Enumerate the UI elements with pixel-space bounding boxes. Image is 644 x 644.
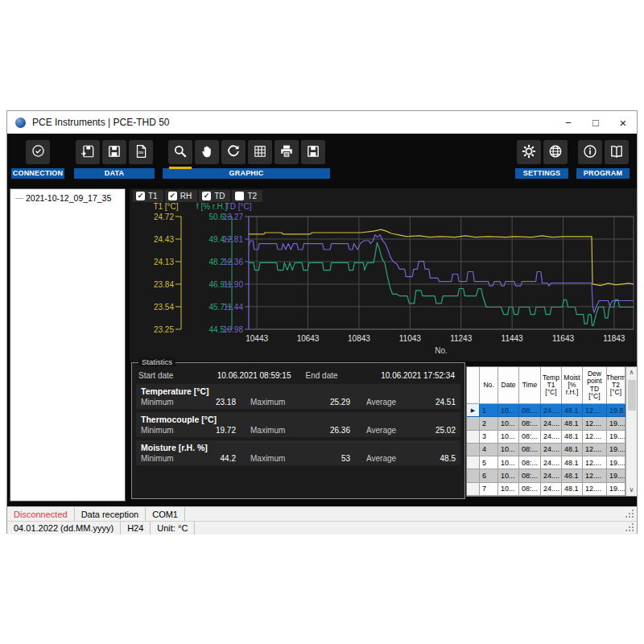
series-chip-t1: ✓T1 bbox=[133, 190, 163, 202]
svg-text:11.90: 11.90 bbox=[224, 280, 244, 289]
grid-toggle-button[interactable] bbox=[248, 140, 272, 164]
column-header: Time bbox=[519, 367, 541, 404]
table-cell: 19.... bbox=[607, 431, 625, 444]
titlebar: PCE Instruments | PCE-THD 50 − □ × bbox=[7, 111, 637, 134]
tree-item-measurement[interactable]: — 2021-10-12_09_17_35 bbox=[10, 192, 125, 204]
chart-panel: 1044310643108431104311243114431164311843… bbox=[130, 188, 637, 361]
table-cell: 08:... bbox=[519, 469, 541, 482]
maximize-button[interactable]: □ bbox=[582, 111, 609, 134]
save-data-button[interactable] bbox=[102, 140, 126, 164]
table-row[interactable]: 210...08:...24....48.112....19.... bbox=[467, 417, 625, 430]
row-header-cell bbox=[467, 367, 480, 404]
table-cell: 12.... bbox=[583, 404, 607, 417]
program-group-label: PROGRAM bbox=[576, 168, 630, 179]
table-cell: 24.... bbox=[541, 469, 562, 482]
connect-button[interactable] bbox=[26, 140, 50, 164]
svg-text:T1 [°C]: T1 [°C] bbox=[153, 202, 178, 211]
toolbar-group-connection: CONNECTION bbox=[11, 140, 64, 179]
table-row[interactable]: 310...08:...24....48.112....19.... bbox=[467, 431, 625, 444]
avg-value: 25.02 bbox=[407, 426, 456, 435]
reset-view-button[interactable] bbox=[221, 140, 246, 164]
table-cell: 48.1 bbox=[562, 483, 583, 496]
save-graphic-button[interactable] bbox=[301, 140, 325, 164]
table-cell: 12.... bbox=[583, 417, 607, 430]
svg-text:11643: 11643 bbox=[552, 334, 575, 343]
print-button[interactable] bbox=[275, 140, 299, 164]
column-header: Date bbox=[498, 367, 519, 404]
checkbox-unchecked-icon[interactable] bbox=[235, 192, 244, 200]
chart-canvas[interactable]: 1044310643108431104311243114431164311843… bbox=[130, 188, 637, 361]
max-label: Maximum bbox=[236, 454, 297, 463]
app-window: PCE Instruments | PCE-THD 50 − □ × CONNE… bbox=[6, 110, 638, 534]
resize-grip[interactable] bbox=[632, 516, 634, 518]
table-scrollbar[interactable]: ∧ ∨ bbox=[625, 367, 637, 496]
table-row[interactable]: 710...08:...24....48.112....19.... bbox=[467, 483, 625, 496]
zoom-tool-button[interactable] bbox=[168, 140, 192, 164]
table-cell: 48.1 bbox=[562, 417, 583, 430]
table-cell: 12.... bbox=[583, 469, 607, 482]
scroll-up-icon[interactable]: ∧ bbox=[630, 367, 634, 378]
table-cell: 10... bbox=[498, 469, 519, 482]
svg-text:11843: 11843 bbox=[603, 334, 625, 343]
load-data-button[interactable] bbox=[76, 140, 100, 164]
svg-text:12.81: 12.81 bbox=[223, 235, 243, 244]
book-icon bbox=[609, 144, 624, 161]
pan-tool-button[interactable] bbox=[195, 140, 219, 164]
statusbar-settings: 04.01.2022 (dd.MM.yyyy) H24 Unit: °C bbox=[7, 521, 637, 535]
series-line-td bbox=[249, 235, 634, 313]
language-button[interactable] bbox=[543, 140, 568, 164]
info-icon bbox=[583, 144, 597, 161]
svg-text:11243: 11243 bbox=[450, 334, 473, 343]
settings-group-label: SETTINGS bbox=[515, 168, 568, 179]
active-tool-indicator bbox=[169, 167, 192, 169]
scrollbar-thumb[interactable] bbox=[628, 380, 636, 411]
row-header-cell bbox=[467, 444, 480, 456]
table-cell: 10... bbox=[498, 404, 519, 417]
floppy-save-icon bbox=[306, 144, 320, 161]
main-content: — 2021-10-12_09_17_35 104431064310843110… bbox=[7, 184, 637, 506]
table-cell: 24.... bbox=[541, 417, 562, 430]
checkbox-checked-icon[interactable]: ✓ bbox=[168, 192, 177, 200]
statusbar-connection: Disconnected Data reception COM1 bbox=[7, 506, 637, 521]
min-value: 44.2 bbox=[191, 454, 236, 463]
manual-button[interactable] bbox=[605, 140, 629, 164]
column-header: Dew point TD [°C] bbox=[583, 367, 607, 404]
table-cell: 19.... bbox=[607, 417, 625, 430]
resize-grip[interactable] bbox=[632, 530, 634, 531]
min-value: 23.18 bbox=[191, 398, 236, 407]
checkbox-checked-icon[interactable]: ✓ bbox=[136, 192, 145, 200]
table-cell: 08:... bbox=[519, 483, 541, 496]
table-row[interactable]: 510...08:...24....48.112....19.... bbox=[467, 456, 625, 469]
table-cell: 08:... bbox=[519, 456, 541, 469]
scroll-down-icon[interactable]: ∨ bbox=[630, 485, 634, 496]
csv-file-icon: csv bbox=[134, 144, 148, 161]
svg-text:12.36: 12.36 bbox=[223, 258, 243, 266]
table-row[interactable]: 410...08:...24....48.112....19.... bbox=[467, 444, 625, 456]
settings-button[interactable] bbox=[517, 140, 541, 164]
table-cell: 4 bbox=[480, 444, 498, 456]
grid-icon bbox=[253, 144, 267, 161]
export-csv-button[interactable]: csv bbox=[129, 140, 153, 164]
svg-text:23.84: 23.84 bbox=[154, 280, 174, 289]
floppy-save-icon bbox=[107, 144, 122, 161]
minimize-button[interactable]: − bbox=[555, 111, 582, 134]
table-row[interactable]: ▶110...08:...24....48.112....19.8 bbox=[467, 404, 625, 417]
end-date-label: End date bbox=[295, 371, 359, 380]
svg-text:No.: No. bbox=[435, 346, 448, 355]
avg-value: 24.51 bbox=[407, 398, 456, 407]
table-cell: 10... bbox=[498, 483, 519, 496]
info-button[interactable] bbox=[578, 140, 602, 164]
table-cell: 48.1 bbox=[562, 456, 583, 469]
table-cell: 10... bbox=[498, 444, 519, 456]
date-range-row: Start date 10.06.2021 08:59:15 End date … bbox=[138, 371, 458, 380]
svg-text:45.7: 45.7 bbox=[209, 303, 225, 312]
table-cell: 24.... bbox=[541, 444, 562, 456]
com-port-status: COM1 bbox=[146, 507, 185, 521]
toolbar-group-settings: SETTINGS bbox=[515, 140, 568, 179]
graphic-group-label: GRAPHIC bbox=[163, 168, 330, 179]
checkbox-checked-icon[interactable]: ✓ bbox=[202, 192, 211, 200]
measurement-tree: — 2021-10-12_09_17_35 bbox=[10, 188, 126, 502]
table-row[interactable]: 610...08:...24....48.112....19.... bbox=[467, 469, 625, 482]
close-button[interactable]: × bbox=[609, 111, 637, 134]
table-cell: 12.... bbox=[583, 456, 607, 469]
